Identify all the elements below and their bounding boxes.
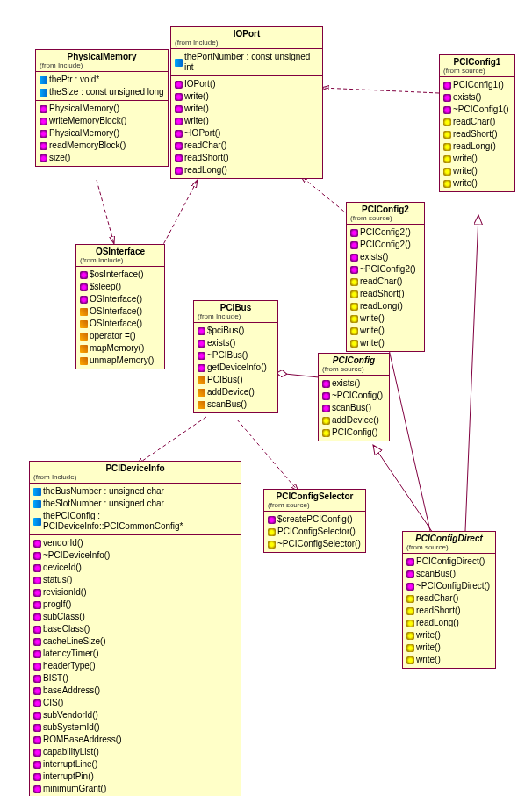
class-operation: readShort() (350, 288, 421, 300)
visibility-icon (175, 154, 183, 162)
svg-line-6 (277, 373, 319, 377)
op-text: write() (453, 154, 478, 164)
visibility-icon (406, 595, 414, 603)
class-operation: PCIConfigSelector() (268, 526, 362, 538)
svg-line-5 (237, 420, 298, 491)
class-operation: minimumGrant() (33, 783, 237, 795)
class-operation: unmapMemory() (80, 355, 161, 367)
op-text: readChar() (360, 276, 402, 287)
op-text: readLong() (184, 165, 227, 176)
visibility-icon (33, 650, 41, 658)
visibility-icon (33, 518, 41, 526)
visibility-icon (350, 254, 358, 262)
visibility-icon (443, 94, 451, 102)
class-operation: subClass() (33, 611, 237, 623)
class-operation: cacheLineSize() (33, 635, 237, 648)
class-operation: $osInterface() (80, 269, 161, 281)
class-from: (from Include) (198, 312, 274, 320)
op-text: ~PCIBus() (207, 350, 248, 361)
visibility-icon (198, 340, 205, 348)
visibility-icon (33, 761, 41, 769)
op-text: readChar() (453, 117, 495, 127)
op-text: PhysicalMemory() (49, 104, 119, 114)
visibility-icon (322, 392, 330, 400)
op-text: cacheLineSize() (43, 636, 106, 647)
class-operation: write() (175, 115, 319, 127)
visibility-icon (406, 656, 414, 664)
class-operation: status() (33, 574, 237, 586)
visibility-icon (80, 308, 88, 316)
op-text: readLong() (360, 301, 403, 312)
class-operation: addDevice() (198, 386, 274, 398)
class-operation: OSInterface() (80, 305, 161, 318)
visibility-icon (175, 59, 183, 67)
class-title: PCIConfig2 (350, 204, 421, 214)
visibility-icon (33, 500, 41, 508)
visibility-icon (350, 266, 358, 274)
class-operation: deviceId() (33, 562, 237, 574)
op-text: write() (184, 91, 209, 102)
visibility-icon (33, 589, 41, 597)
class-title: IOPort (175, 29, 319, 39)
svg-line-4 (136, 417, 206, 465)
op-text: readChar() (184, 140, 226, 151)
class-operation: subVendorId() (33, 709, 237, 721)
op-text: headerType() (43, 661, 95, 671)
op-text: exists() (453, 92, 481, 103)
visibility-icon (40, 76, 47, 84)
class-operation: write() (406, 654, 492, 666)
attr-text: thePortNumber : const unsigned int (184, 52, 319, 73)
visibility-icon (33, 736, 41, 744)
visibility-icon (443, 118, 451, 126)
op-text: exists() (360, 252, 388, 262)
class-operation: write() (406, 642, 492, 654)
visibility-icon (33, 488, 41, 496)
class-operation: PCIConfig2() (350, 239, 421, 251)
svg-line-2 (321, 88, 439, 93)
op-text: PCIBus() (207, 375, 243, 385)
visibility-icon (33, 687, 41, 695)
op-text: write() (416, 655, 441, 665)
svg-line-0 (97, 180, 114, 244)
class-from: (from Include) (175, 39, 319, 47)
op-text: addDevice() (207, 387, 255, 398)
op-text: write() (184, 116, 209, 126)
op-text: PCIConfig() (332, 427, 377, 438)
class-operation: OSInterface() (80, 293, 161, 305)
op-text: ROMBaseAddress() (43, 735, 121, 745)
class-operation: write() (443, 177, 511, 190)
visibility-icon (80, 296, 88, 304)
class-title: OSInterface (80, 247, 161, 256)
class-operation: ~PCIDeviceInfo() (33, 549, 237, 562)
class-operation: IOPort() (175, 78, 319, 90)
visibility-icon (40, 130, 47, 138)
op-text: readLong() (416, 618, 459, 628)
op-text: vendorId() (43, 538, 83, 549)
visibility-icon (406, 632, 414, 640)
class-osinterface: OSInterface(from Include)$osInterface()$… (75, 244, 165, 369)
visibility-icon (175, 167, 183, 175)
op-text: readMemoryBlock() (49, 140, 126, 151)
visibility-icon (443, 82, 451, 90)
class-operation: baseAddress() (33, 685, 237, 697)
class-operation: $pciBus() (198, 325, 274, 337)
visibility-icon (268, 516, 276, 524)
class-attribute: thePtr : void* (40, 74, 164, 86)
op-text: $pciBus() (207, 326, 244, 336)
visibility-icon (33, 577, 41, 584)
visibility-icon (198, 364, 205, 372)
op-text: ~PCIConfigSelector() (277, 539, 361, 549)
visibility-icon (198, 389, 205, 397)
class-operation: write() (350, 337, 421, 349)
visibility-icon (40, 105, 47, 113)
visibility-icon (443, 168, 451, 176)
class-operation: write() (175, 103, 319, 115)
svg-line-3 (300, 176, 349, 215)
visibility-icon (33, 613, 41, 621)
op-text: capabilityList() (43, 747, 99, 757)
attr-text: theBusNumber : unsigned char (43, 486, 164, 497)
class-operation: exists() (198, 337, 274, 349)
visibility-icon (406, 570, 414, 578)
visibility-icon (443, 131, 451, 139)
op-text: mapMemory() (90, 343, 144, 354)
